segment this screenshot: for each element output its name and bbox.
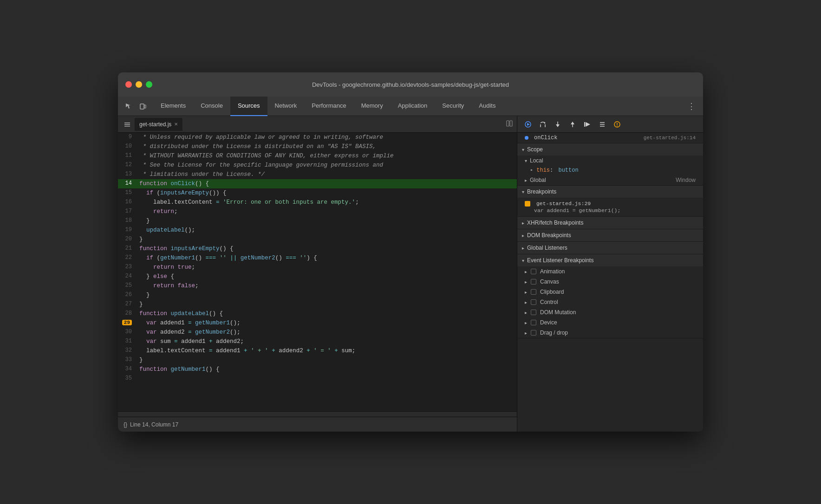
drag-drop-checkbox[interactable] — [531, 330, 536, 336]
step-into-button[interactable] — [552, 118, 564, 130]
clipboard-checkbox[interactable] — [531, 289, 536, 295]
debug-panel: onClick get-started.js:14 Scope — [517, 116, 703, 432]
svg-rect-6 — [510, 121, 512, 126]
breakpoint-item-29[interactable]: get-started.js:29 var addend1 = getNumbe… — [517, 198, 703, 216]
scope-global-row[interactable]: Global Window — [517, 175, 703, 185]
global-listeners-arrow-icon — [522, 246, 524, 251]
code-panel: get-started.js ✕ 9 * Unless required by … — [118, 116, 517, 432]
clipboard-label: Clipboard — [540, 289, 564, 295]
close-button[interactable] — [125, 81, 132, 88]
tab-application[interactable]: Application — [391, 97, 435, 116]
tab-performance[interactable]: Performance — [304, 97, 353, 116]
scope-arrow-icon — [522, 147, 524, 152]
file-tab[interactable]: get-started.js ✕ — [135, 118, 182, 131]
horizontal-scrollbar[interactable] — [118, 411, 517, 417]
global-listeners-header[interactable]: Global Listeners — [517, 242, 703, 254]
code-line-22: 22 if (getNumber1() === '' || getNumber2… — [118, 253, 517, 263]
device-label: Device — [540, 319, 557, 326]
file-tab-close-icon[interactable]: ✕ — [174, 122, 178, 127]
event-listener-dom-mutation[interactable]: DOM Mutation — [517, 307, 703, 317]
code-line-12: 12 * See the License for the specific la… — [118, 161, 517, 170]
dom-mutation-checkbox[interactable] — [531, 310, 536, 315]
format-icon[interactable]: {} — [124, 421, 127, 428]
scope-section-header[interactable]: Scope — [517, 143, 703, 155]
event-listener-control[interactable]: Control — [517, 297, 703, 307]
tab-audits[interactable]: Audits — [471, 97, 503, 116]
code-line-14: 14 function onClick() { — [118, 179, 517, 188]
step-out-button[interactable] — [567, 118, 579, 130]
title-bar: DevTools - googlechrome.github.io/devtoo… — [118, 72, 703, 97]
code-line-10: 10 * distributed under the License is di… — [118, 142, 517, 151]
xhr-arrow-icon — [522, 220, 524, 226]
event-listener-breakpoints-section: Event Listener Breakpoints Animation Can… — [517, 254, 703, 338]
pause-on-exception-button[interactable] — [611, 118, 623, 130]
drag-drop-arrow-icon — [525, 330, 527, 336]
animation-arrow-icon — [525, 269, 527, 274]
event-listener-device[interactable]: Device — [517, 317, 703, 328]
breakpoints-section: Breakpoints get-started.js:29 var addend… — [517, 186, 703, 217]
event-listener-drag-drop[interactable]: Drag / drop — [517, 328, 703, 338]
tab-sources[interactable]: Sources — [230, 97, 267, 116]
tab-network[interactable]: Network — [267, 97, 305, 116]
animation-checkbox[interactable] — [531, 269, 536, 274]
global-listeners-section: Global Listeners — [517, 242, 703, 254]
scope-local-header[interactable]: Local — [517, 155, 703, 166]
format-icon[interactable] — [506, 120, 513, 129]
toggle-sidebar-icon[interactable] — [122, 119, 133, 130]
step-over-button[interactable] — [537, 118, 549, 130]
status-bar: {} Line 14, Column 17 — [118, 417, 517, 432]
event-listener-arrow-icon — [522, 258, 524, 263]
tab-elements[interactable]: Elements — [153, 97, 193, 116]
event-listener-clipboard[interactable]: Clipboard — [517, 287, 703, 297]
code-content[interactable]: 9 * Unless required by applicable law or… — [118, 133, 517, 411]
scope-local: Local this : button — [517, 155, 703, 175]
resume-button[interactable] — [522, 118, 534, 130]
drag-drop-label: Drag / drop — [540, 330, 568, 336]
code-line-20: 20 } — [118, 235, 517, 244]
svg-rect-5 — [507, 121, 509, 126]
scope-global-label: Global — [530, 177, 546, 183]
code-line-19: 19 updateLabel(); — [118, 226, 517, 235]
dom-breakpoints-section: DOM Breakpoints — [517, 229, 703, 242]
tab-security[interactable]: Security — [435, 97, 471, 116]
tab-memory[interactable]: Memory — [354, 97, 391, 116]
step-button[interactable] — [581, 118, 593, 130]
tab-console[interactable]: Console — [193, 97, 230, 116]
event-listener-breakpoints-header[interactable]: Event Listener Breakpoints — [517, 254, 703, 266]
call-stack-item-onclick[interactable]: onClick get-started.js:14 — [517, 133, 703, 143]
code-line-32: 32 label.textContent = addend1 + ' + ' +… — [118, 346, 517, 355]
minimize-button[interactable] — [136, 81, 142, 88]
more-tabs-button[interactable]: ⋮ — [684, 101, 699, 111]
deactivate-breakpoints-button[interactable] — [596, 118, 608, 130]
canvas-checkbox[interactable] — [531, 279, 536, 284]
debug-content[interactable]: onClick get-started.js:14 Scope — [517, 133, 703, 432]
code-line-26: 26 } — [118, 291, 517, 300]
xhr-breakpoints-header[interactable]: XHR/fetch Breakpoints — [517, 217, 703, 229]
canvas-arrow-icon — [525, 279, 527, 284]
device-icon[interactable] — [137, 100, 150, 113]
control-checkbox[interactable] — [531, 299, 536, 305]
breakpoint-checkbox[interactable] — [525, 201, 530, 207]
cursor-position: Line 14, Column 17 — [130, 421, 178, 428]
scope-section: Scope Local this : button — [517, 143, 703, 186]
dom-breakpoints-header[interactable]: DOM Breakpoints — [517, 229, 703, 241]
inspect-icon[interactable] — [122, 100, 135, 113]
event-listener-animation[interactable]: Animation — [517, 266, 703, 277]
svg-rect-4 — [124, 126, 130, 127]
global-listeners-label: Global Listeners — [527, 245, 567, 251]
devtools-window: DevTools - googlechrome.github.io/devtoo… — [118, 72, 703, 432]
code-line-13: 13 * limitations under the License. */ — [118, 170, 517, 179]
maximize-button[interactable] — [146, 81, 152, 88]
code-line-34: 34 function getNumber1() { — [118, 365, 517, 374]
scope-this-arrow-icon — [530, 167, 533, 174]
breakpoints-header[interactable]: Breakpoints — [517, 186, 703, 198]
event-listener-canvas[interactable]: Canvas — [517, 277, 703, 287]
control-arrow-icon — [525, 300, 527, 305]
device-checkbox[interactable] — [531, 320, 536, 325]
canvas-label: Canvas — [540, 278, 559, 285]
animation-label: Animation — [540, 268, 565, 275]
code-line-15: 15 if (inputsAreEmpty()) { — [118, 188, 517, 198]
code-line-35: 35 — [118, 374, 517, 383]
device-arrow-icon — [525, 320, 527, 325]
scope-this-val: button — [558, 167, 578, 174]
